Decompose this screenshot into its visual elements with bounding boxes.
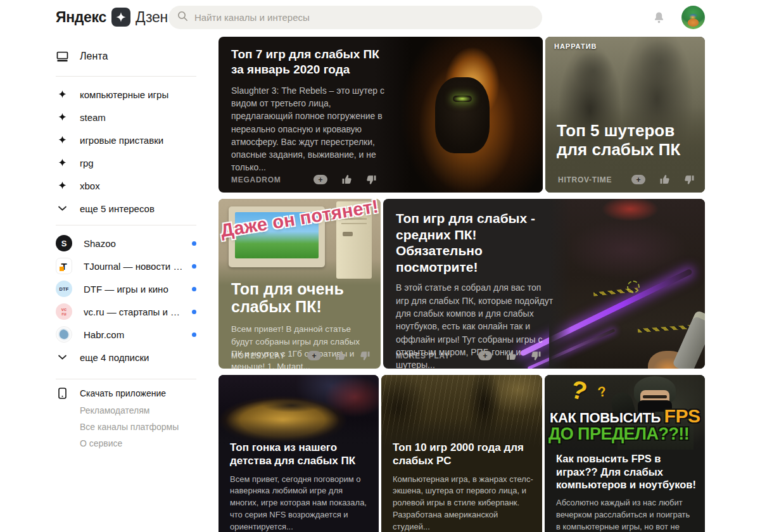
subscription-label: Shazoo — [84, 238, 116, 249]
unread-dot — [192, 287, 196, 291]
subscription-label: DTF — игры и кино — [84, 284, 168, 294]
channel-name[interactable]: HITROV-TIME — [558, 175, 612, 184]
sidebar-interest-rpg[interactable]: rpg — [56, 151, 196, 174]
sidebar-interest-computer-games[interactable]: компьютерные игры — [56, 83, 196, 106]
card-title: Как повысить FPS в играх?? Для слабых ко… — [556, 452, 696, 491]
card-title: Топ игр для слабых - средних ПК! Обязате… — [396, 210, 554, 275]
channel-name[interactable]: MORES PLAY — [231, 352, 285, 360]
search-input[interactable] — [194, 12, 533, 23]
sidebar-link-all-channels[interactable]: Все каналы платформы — [56, 419, 196, 435]
search-bar[interactable] — [168, 6, 542, 29]
narrative-badge: НАРРАТИВ — [554, 42, 597, 50]
sidebar-item-feed[interactable]: Лента — [56, 47, 196, 66]
user-avatar[interactable] — [681, 6, 705, 29]
sidebar-divider — [56, 225, 196, 225]
feed: Топ 7 игр для слабых ПК за январь 2020 г… — [218, 37, 705, 532]
subscription-label: vc.ru — стартапы и бизнес — [84, 307, 185, 317]
card-description: Всем привет! В данной статье будут собра… — [231, 323, 372, 369]
chevron-down-icon — [56, 206, 68, 211]
image-overlay-text-line2: ДО ПРЕДЕЛА??!! — [548, 424, 689, 444]
sparkle-icon — [56, 113, 68, 122]
like-button[interactable] — [659, 174, 670, 185]
interest-label: компьютерные игры — [80, 89, 168, 100]
card-title: Топ 5 шутеров для слабых ПК — [557, 122, 696, 160]
habr-channel-icon — [56, 326, 72, 343]
logo-zen-text: Дзен — [136, 9, 168, 26]
feed-card-very-weak-pc[interactable]: Даже он потянет! Топ для очень слабых ПК… — [218, 199, 381, 369]
sidebar-download-app[interactable]: Скачать приложение — [56, 384, 196, 402]
unread-dot — [192, 332, 196, 337]
notifications-bell-icon[interactable] — [653, 11, 665, 27]
sidebar-interest-xbox[interactable]: xbox — [56, 174, 196, 197]
sidebar-subscription-tjournal[interactable]: T TJournal — новости инте... — [56, 255, 196, 277]
sidebar-subscription-shazoo[interactable]: S Shazoo — [56, 232, 196, 255]
sidebar-more-interests[interactable]: еще 5 интересов — [56, 197, 196, 220]
logo-yandex-text: Яндекс — [56, 9, 106, 26]
unread-dot — [192, 241, 196, 246]
sparkle-icon — [56, 90, 68, 99]
sidebar-divider — [56, 76, 196, 77]
card-title: Топ 7 игр для слабых ПК за январь 2020 г… — [231, 47, 388, 78]
card-description: Slaughter 3: The Rebels – это шутер с ви… — [231, 84, 388, 174]
sidebar-feed-label: Лента — [80, 51, 108, 62]
sparkle-icon — [56, 181, 68, 191]
interest-label: xbox — [80, 180, 100, 191]
dtf-channel-icon: DTF — [56, 281, 72, 297]
dislike-button[interactable] — [366, 174, 377, 185]
feed-card-childhood-racing[interactable]: Топ гонка из нашего детства для слабых П… — [218, 375, 379, 532]
subscribe-button[interactable]: + — [314, 175, 327, 184]
sidebar-subscription-dtf[interactable]: DTF DTF — игры и кино — [56, 277, 196, 300]
card-image-tomb-raider — [381, 375, 542, 448]
sparkle-icon — [56, 158, 68, 168]
sidebar-link-advertisers[interactable]: Рекламодателям — [56, 402, 196, 419]
yandex-zen-logo[interactable]: Яндекс Дзен — [56, 8, 168, 27]
question-mark-overlay: ? — [597, 383, 608, 401]
shazoo-channel-icon: S — [56, 235, 72, 251]
subscribe-button[interactable]: + — [307, 351, 321, 360]
subscribe-button[interactable]: + — [478, 351, 492, 360]
card-description: Всем привет, сегодня поговорим о наверня… — [230, 474, 370, 532]
dislike-button[interactable] — [360, 350, 370, 361]
interest-label: игровые приставки — [80, 135, 163, 146]
search-icon — [177, 11, 188, 24]
sidebar-interest-steam[interactable]: steam — [56, 106, 196, 129]
sidebar-link-about[interactable]: О сервисе — [56, 435, 196, 452]
tjournal-channel-icon: T — [56, 258, 72, 274]
feed-card-top5-shooters[interactable]: НАРРАТИВ Топ 5 шутеров для слабых ПК HIT… — [545, 37, 705, 193]
dislike-button[interactable] — [531, 350, 542, 361]
sidebar-interest-consoles[interactable]: игровые приставки — [56, 129, 196, 151]
feed-card-top7-games[interactable]: Топ 7 игр для слабых ПК за январь 2020 г… — [218, 37, 543, 193]
feed-card-top10-2000[interactable]: Топ 10 игр 2000 года для слабых PC Компь… — [381, 375, 542, 532]
header: Яндекс Дзен — [0, 0, 760, 35]
interest-label: rpg — [80, 158, 94, 168]
sidebar-more-subscriptions[interactable]: еще 4 подписки — [56, 346, 196, 369]
sidebar-subscription-habr[interactable]: Habr.com — [56, 323, 196, 346]
question-mark-overlay: ? — [568, 375, 590, 406]
subscribe-button[interactable]: + — [631, 175, 645, 184]
unread-dot — [192, 264, 196, 269]
like-button[interactable] — [341, 174, 352, 185]
subscription-label: Habr.com — [84, 329, 124, 340]
card-image-race-car — [218, 375, 379, 448]
dislike-button[interactable] — [684, 174, 695, 185]
sidebar: Лента компьютерные игры steam игровые пр… — [56, 35, 196, 452]
card-title: Топ 10 игр 2000 года для слабых PC — [393, 441, 533, 468]
feed-icon — [56, 51, 68, 63]
feed-card-raise-fps[interactable]: ? ? КАК ПОВЫСИТЬ FPS ДО ПРЕДЕЛА??!! Как … — [545, 375, 705, 532]
card-title: Топ для очень слабых ПК! — [231, 280, 372, 315]
channel-name[interactable]: MEGADROM — [231, 175, 281, 184]
like-button[interactable] — [506, 350, 517, 361]
chevron-down-icon — [56, 355, 68, 360]
sparkle-icon — [56, 136, 68, 145]
download-app-label: Скачать приложение — [80, 388, 166, 398]
image-overlay-text-line1: КАК ПОВЫСИТЬ FPS — [550, 405, 700, 427]
card-image-fps-game — [549, 199, 705, 369]
card-description: Компьютерная игра, в жанрах стелс-экшена… — [393, 474, 533, 532]
channel-name[interactable]: MORES PLAY — [396, 352, 450, 360]
sidebar-subscription-vcru[interactable]: vcru vc.ru — стартапы и бизнес — [56, 300, 196, 323]
interest-label: steam — [80, 112, 106, 123]
more-subscriptions-label: еще 4 подписки — [80, 352, 149, 363]
like-button[interactable] — [335, 350, 346, 361]
feed-card-weak-medium-pc[interactable]: Топ игр для слабых - средних ПК! Обязате… — [383, 199, 705, 369]
phone-icon — [56, 388, 68, 399]
